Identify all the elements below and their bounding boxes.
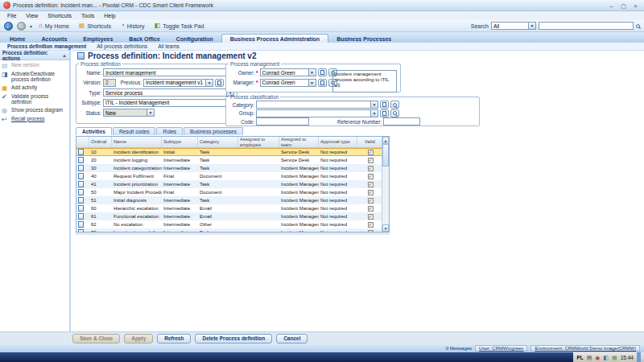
environment-status-link[interactable]: Environment: CRMWorld Demo Image(CRMW) bbox=[530, 345, 640, 352]
open-record-button[interactable] bbox=[318, 79, 327, 87]
vertical-scrollbar[interactable]: ▲ ▼ bbox=[382, 137, 389, 232]
search-icon[interactable] bbox=[636, 24, 640, 28]
table-row[interactable]: 50 Major Incident Procedure Final Docume… bbox=[76, 188, 383, 196]
detail-tab[interactable]: Business processes bbox=[184, 127, 243, 135]
col-ordinal[interactable]: Ordinal bbox=[89, 137, 112, 147]
group-select[interactable]: ▼ bbox=[256, 109, 378, 117]
nav-tab[interactable]: Accounts bbox=[33, 35, 75, 43]
menu-item[interactable]: Shortcuts bbox=[43, 13, 76, 19]
maximize-icon[interactable]: ▢ bbox=[618, 2, 629, 10]
category-select[interactable]: ▼ bbox=[256, 101, 378, 109]
sidebar-action-item[interactable]: Show process diagram bbox=[2, 108, 68, 114]
open-record-button[interactable] bbox=[318, 68, 327, 76]
toolbar-button[interactable]: Shortcuts bbox=[76, 23, 114, 29]
col-assigned-team[interactable]: Assigned to team bbox=[279, 137, 319, 147]
language-indicator[interactable]: PL bbox=[576, 355, 583, 360]
minimize-icon[interactable]: – bbox=[606, 2, 617, 10]
search-lookup-button[interactable] bbox=[390, 109, 399, 117]
open-record-button[interactable] bbox=[215, 79, 224, 87]
sidebar-action-item[interactable]: New version bbox=[2, 63, 68, 69]
scrollbar-thumb[interactable] bbox=[382, 144, 389, 167]
chevron-down-icon[interactable]: ▼ bbox=[370, 101, 378, 108]
col-valid[interactable]: Valid bbox=[357, 137, 383, 147]
detail-tab[interactable]: Roles bbox=[156, 127, 183, 135]
table-row[interactable]: 61 Functional escalation Intermediate Em… bbox=[76, 212, 383, 220]
sub-tab[interactable]: All teams bbox=[154, 43, 184, 49]
collapse-icon[interactable]: ▲ bbox=[62, 53, 67, 58]
sidebar-action-item[interactable]: Validate process definition bbox=[2, 94, 68, 105]
footer-button[interactable]: Apply bbox=[124, 334, 153, 343]
col-name[interactable]: Name bbox=[112, 137, 162, 147]
nav-tab[interactable]: Employees bbox=[75, 35, 121, 43]
forward-icon[interactable]: → bbox=[17, 22, 26, 31]
footer-button[interactable]: Cancel bbox=[276, 334, 308, 343]
name-field[interactable] bbox=[103, 68, 234, 76]
col-assigned-employee[interactable]: Assigned to employee bbox=[238, 137, 279, 147]
alert-icon[interactable]: ◉ bbox=[595, 355, 600, 360]
menu-item[interactable]: Tools bbox=[76, 13, 99, 19]
printer-icon[interactable]: ▤ bbox=[587, 355, 592, 360]
previous-version-select[interactable]: Incident management v1 ▼ bbox=[143, 79, 213, 87]
nav-tab[interactable]: Back Office bbox=[121, 35, 168, 43]
table-row[interactable]: 20 Incident logging Intermediate Task Se… bbox=[76, 156, 383, 164]
network-icon[interactable]: ▦ bbox=[612, 355, 617, 360]
manager-select[interactable]: Conrad Green ▼ bbox=[260, 79, 316, 87]
table-row[interactable]: 30 Incident categorization Intermediate … bbox=[76, 164, 383, 172]
search-lookup-button[interactable] bbox=[390, 101, 399, 109]
chevron-down-icon[interactable]: ▼ bbox=[308, 80, 316, 86]
menu-item[interactable]: Help bbox=[99, 13, 120, 19]
sub-tab[interactable]: All process definitions bbox=[93, 43, 151, 49]
nav-tab[interactable]: Business Processes bbox=[328, 35, 399, 43]
chevron-down-icon[interactable]: ▼ bbox=[308, 69, 316, 76]
detail-tab[interactable]: Activities bbox=[76, 127, 112, 135]
nav-tab[interactable]: Business Process Administration bbox=[221, 34, 328, 43]
menu-item[interactable]: File bbox=[2, 13, 21, 19]
toolbar-button[interactable]: Toggle Task Pad bbox=[152, 23, 207, 29]
table-row[interactable]: 10 Incident identification Initial Task … bbox=[76, 148, 383, 156]
footer-button[interactable]: Delete Process definition bbox=[195, 334, 272, 343]
table-row[interactable]: 70 Investigation and diagnosis Intermedi… bbox=[76, 228, 383, 232]
scroll-up-icon[interactable]: ▲ bbox=[382, 137, 389, 144]
menu-item[interactable]: View bbox=[21, 13, 43, 19]
table-row[interactable]: 60 Hierarchic escalation Intermediate Em… bbox=[76, 204, 383, 212]
sidebar-action-item[interactable]: Activate/Deactivate process definition bbox=[2, 72, 68, 83]
type-select[interactable]: Service process ▼ bbox=[103, 88, 234, 97]
table-row[interactable]: 62 No escalation Intermediate Other Inci… bbox=[76, 220, 383, 228]
col-category[interactable]: Category bbox=[198, 137, 238, 147]
table-row[interactable]: 40 Request Fulfilment Final Document Inc… bbox=[76, 172, 383, 180]
new-record-button[interactable] bbox=[380, 109, 389, 117]
back-icon[interactable]: ← bbox=[4, 22, 13, 31]
user-status-link[interactable]: User: CRMW\cgreen bbox=[475, 345, 527, 352]
detail-tab[interactable]: Result codes bbox=[113, 127, 156, 135]
sidebar-action-item[interactable]: Add activity bbox=[2, 85, 68, 92]
code-field[interactable] bbox=[256, 117, 309, 125]
table-row[interactable]: 51 Initial diagnosis Intermediate Task I… bbox=[76, 196, 383, 204]
nav-history-dropdown-icon[interactable]: ▾ bbox=[30, 23, 32, 29]
toolbar-button[interactable]: My Home bbox=[36, 23, 72, 29]
table-row[interactable]: 41 Incident prioritization Intermediate … bbox=[76, 180, 383, 188]
chevron-down-icon[interactable]: ▼ bbox=[528, 23, 535, 29]
new-record-button[interactable] bbox=[380, 101, 389, 109]
search-scope-select[interactable]: All ▼ bbox=[491, 22, 536, 30]
footer-button[interactable]: Refresh bbox=[157, 334, 191, 343]
subtype-select[interactable]: ITIL - Incident Management ▼ bbox=[103, 99, 234, 107]
sidebar-action-item[interactable]: Recall process bbox=[2, 117, 68, 123]
owner-select[interactable]: Conrad Green ▼ bbox=[260, 68, 316, 76]
update-icon[interactable]: ◧ bbox=[603, 355, 609, 360]
close-icon[interactable]: × bbox=[630, 2, 641, 10]
sub-tab[interactable]: Process definition management bbox=[3, 43, 90, 49]
footer-button[interactable]: Save & Close bbox=[72, 334, 120, 343]
scroll-down-icon[interactable]: ▼ bbox=[382, 224, 389, 232]
chevron-down-icon[interactable]: ▼ bbox=[370, 110, 378, 117]
chevron-down-icon[interactable]: ▼ bbox=[205, 80, 213, 86]
col-approval-type[interactable]: Approval type bbox=[319, 137, 357, 147]
reference-number-field[interactable] bbox=[383, 117, 420, 125]
messages-counter[interactable]: 0 Messages bbox=[446, 346, 472, 351]
col-subtype[interactable]: Subtype bbox=[162, 137, 198, 147]
description-textarea[interactable]: Incident management process according to… bbox=[332, 70, 397, 93]
clock[interactable]: 15:44 bbox=[621, 355, 634, 360]
search-input[interactable] bbox=[539, 22, 634, 30]
col-icon[interactable] bbox=[76, 137, 89, 147]
nav-tab[interactable]: Configuration bbox=[168, 35, 221, 43]
nav-tab[interactable]: Home bbox=[2, 35, 33, 43]
